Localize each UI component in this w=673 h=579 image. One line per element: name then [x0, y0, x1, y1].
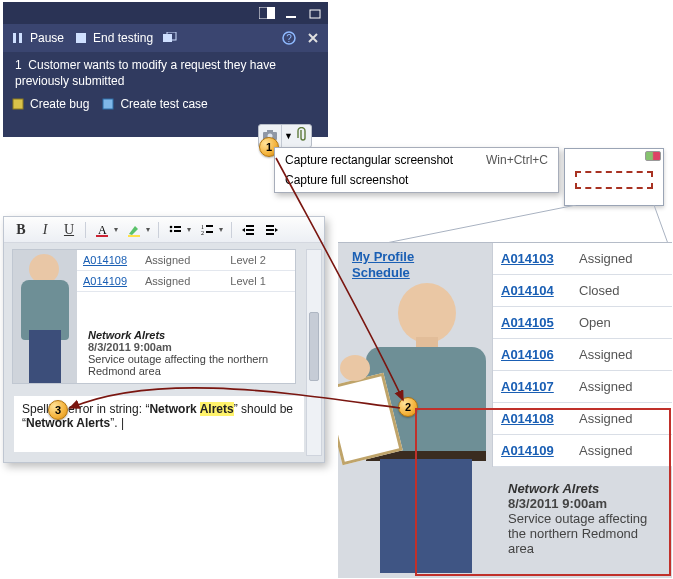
svg-rect-5 [19, 33, 22, 43]
ticket-link[interactable]: A014109 [83, 275, 127, 287]
ticket-link[interactable]: A014108 [83, 254, 127, 266]
svg-point-20 [170, 229, 173, 232]
svg-rect-3 [310, 10, 320, 18]
minimize-button[interactable] [282, 5, 300, 21]
status-cell: Assigned [571, 371, 672, 403]
highlighted-word: Alrets [200, 402, 234, 416]
indent-button[interactable] [261, 220, 283, 240]
detail-message: Service outage affecting the northern Re… [508, 511, 666, 556]
highlight-dropdown[interactable]: ▾ [143, 220, 153, 240]
font-color-dropdown[interactable]: ▾ [111, 220, 121, 240]
table-row: A014107Assigned [493, 371, 672, 403]
svg-point-19 [170, 225, 173, 228]
create-bug-button[interactable]: Create bug [11, 97, 89, 111]
layout-icon[interactable] [258, 5, 276, 21]
table-row: A014109 Assigned Level 1 [77, 271, 295, 292]
svg-rect-4 [13, 33, 16, 43]
svg-rect-6 [76, 33, 86, 43]
status-cell: Assigned [139, 271, 224, 292]
status-cell: Assigned [571, 243, 672, 275]
help-button[interactable]: ? [282, 31, 296, 45]
svg-rect-31 [266, 229, 274, 231]
outdent-button[interactable] [237, 220, 259, 240]
detail-title: Network Alrets [88, 329, 290, 341]
capture-rect-item[interactable]: Capture rectangular screenshot Win+Ctrl+… [275, 150, 558, 170]
bullets-button[interactable] [164, 220, 186, 240]
level-cell: Level 2 [224, 250, 295, 271]
create-case-label: Create test case [120, 97, 207, 111]
bullets-dropdown[interactable]: ▾ [184, 220, 194, 240]
my-profile-link[interactable]: My Profile [352, 249, 414, 265]
ticket-link[interactable]: A014104 [501, 283, 554, 298]
numbering-dropdown[interactable]: ▾ [216, 220, 226, 240]
vertical-scrollbar[interactable] [306, 249, 322, 456]
person-thumbnail [13, 250, 77, 383]
editor-body: A014108 Assigned Level 2 A014109 Assigne… [4, 243, 324, 462]
ticket-link[interactable]: A014105 [501, 315, 554, 330]
scrollbar-thumb[interactable] [309, 312, 319, 382]
test-step: 1 Customer wants to modify a request the… [3, 52, 328, 93]
ticket-link[interactable]: A014107 [501, 379, 554, 394]
schedule-link[interactable]: Schedule [352, 265, 414, 281]
ticket-link[interactable]: A014103 [501, 251, 554, 266]
mini-detail: Network Alrets 8/3/2011 9:00am Service o… [84, 327, 294, 380]
technician-image [338, 283, 508, 573]
callout-badge-3: 3 [48, 400, 68, 420]
capture-dropdown-button[interactable]: ▼ [281, 125, 295, 147]
pause-button[interactable]: Pause [11, 31, 64, 45]
table-row: A014108Assigned [493, 403, 672, 435]
detail-date: 8/3/2011 9:00am [88, 341, 290, 353]
stop-icon [74, 31, 88, 45]
table-row: A014109Assigned [493, 435, 672, 467]
create-test-case-button[interactable]: Create test case [101, 97, 207, 111]
detail-date: 8/3/2011 9:00am [508, 496, 666, 511]
create-bug-label: Create bug [30, 97, 89, 111]
menu-label: Capture full screenshot [285, 173, 536, 187]
ticket-link[interactable]: A014108 [501, 411, 554, 426]
table-row: A014103Assigned [493, 243, 672, 275]
ticket-link[interactable]: A014109 [501, 443, 554, 458]
svg-rect-26 [206, 231, 213, 233]
detail-title: Network Alrets [508, 481, 666, 496]
svg-rect-21 [174, 226, 181, 228]
nav-links: My Profile Schedule [352, 249, 414, 282]
underline-button[interactable]: U [58, 220, 80, 240]
windows-button[interactable] [163, 31, 177, 45]
target-window-thumbnail [564, 148, 664, 206]
detail-message: Service outage affecting the northern Re… [88, 353, 290, 377]
pause-label: Pause [30, 31, 64, 45]
toolbar-separator [85, 222, 86, 238]
panel-close-button[interactable] [306, 31, 320, 45]
editor-toolbar: B I U A ▾ ▾ ▾ 12 ▾ [4, 217, 324, 243]
font-color-button[interactable]: A [91, 220, 113, 240]
windows-icon [163, 31, 177, 45]
status-cell: Assigned [139, 250, 224, 271]
capture-full-item[interactable]: Capture full screenshot [275, 170, 558, 190]
italic-button[interactable]: I [34, 220, 56, 240]
status-cell: Closed [571, 275, 672, 307]
ticket-link[interactable]: A014106 [501, 347, 554, 362]
table-row: A014104Closed [493, 275, 672, 307]
svg-rect-30 [266, 225, 274, 227]
bold-button[interactable]: B [10, 220, 32, 240]
numbering-button[interactable]: 12 [196, 220, 218, 240]
status-cell: Assigned [571, 435, 672, 467]
text-cursor: | [121, 416, 124, 430]
svg-rect-11 [13, 99, 23, 109]
runner-actions: Create bug Create test case [3, 93, 328, 119]
menu-shortcut: Win+Ctrl+C [486, 153, 548, 167]
window-titlebar [3, 2, 328, 24]
attach-button[interactable] [295, 125, 311, 147]
pause-icon [11, 31, 25, 45]
step-number: 1 [15, 58, 22, 72]
end-testing-button[interactable]: End testing [74, 31, 153, 45]
svg-rect-25 [206, 225, 213, 227]
level-cell: Level 1 [224, 271, 295, 292]
status-cell: Open [571, 307, 672, 339]
editor-panel: B I U A ▾ ▾ ▾ 12 ▾ [3, 216, 325, 463]
help-icon: ? [282, 31, 296, 45]
highlight-button[interactable] [123, 220, 145, 240]
restore-button[interactable] [306, 5, 324, 21]
svg-text:?: ? [286, 33, 292, 44]
table-row: A014106Assigned [493, 339, 672, 371]
